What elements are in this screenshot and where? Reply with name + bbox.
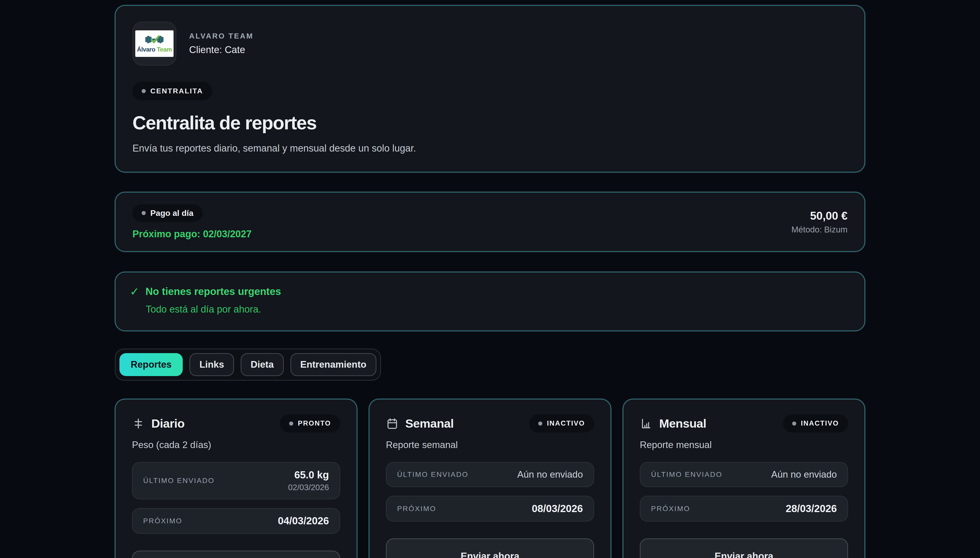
send-now-button[interactable]: Enviar ahora — [386, 538, 594, 558]
team-logo: Álvaro Team — [133, 22, 176, 66]
next-row: PRÓXIMO 28/03/2026 — [640, 496, 848, 522]
team-logo-text: Álvaro Team — [137, 46, 172, 53]
status-dot-icon — [142, 89, 146, 93]
last-sent-row: ÚLTIMO ENVIADO 65.0 kg 02/03/2026 — [132, 462, 340, 499]
reports-hub-page: Álvaro Team ALVARO TEAM Cliente: Cate CE… — [115, 0, 865, 558]
tab-links[interactable]: Links — [189, 353, 234, 376]
team-name: ALVARO TEAM — [189, 32, 253, 40]
report-card-title: Semanal — [405, 417, 454, 430]
next-row: PRÓXIMO 04/03/2026 — [132, 508, 340, 534]
urgent-reports-alert: ✓ No tienes reportes urgentes Todo está … — [115, 272, 865, 331]
status-badge-label: INACTIVO — [547, 419, 585, 427]
payment-status-badge: Pago al día — [133, 204, 203, 222]
status-dot-icon — [538, 422, 542, 425]
client-name: Cliente: Cate — [189, 44, 253, 55]
check-icon: ✓ — [130, 286, 140, 297]
last-sent-row: ÚLTIMO ENVIADO Aún no enviado — [640, 462, 848, 487]
next-row: PRÓXIMO 08/03/2026 — [386, 496, 594, 522]
alert-subtitle: Todo está al día por ahora. — [146, 304, 850, 315]
report-card-subtitle: Peso (cada 2 días) — [132, 440, 340, 450]
centralita-badge-label: CENTRALITA — [150, 87, 203, 95]
next-payment-date: Próximo pago: 02/03/2027 — [133, 229, 252, 240]
last-sent-value: 65.0 kg — [288, 469, 329, 481]
payment-method: Método: Bizum — [791, 225, 847, 235]
alert-title: No tienes reportes urgentes — [146, 286, 281, 297]
page-subtitle: Envía tus reportes diario, semanal y men… — [133, 143, 847, 154]
calendar-icon — [386, 417, 399, 430]
tab-entrenamiento[interactable]: Entrenamiento — [291, 353, 376, 376]
team-logo-image: Álvaro Team — [135, 30, 174, 57]
report-card-title: Diario — [151, 417, 184, 430]
payment-status-label: Pago al día — [150, 208, 194, 218]
report-card-diario: Diario PRONTO Peso (cada 2 días) ÚLTIMO … — [115, 399, 357, 558]
status-badge-label: PRONTO — [298, 419, 331, 427]
payment-card: Pago al día Próximo pago: 02/03/2027 50,… — [115, 192, 865, 252]
payment-amount-block: 50,00 € Método: Bizum — [791, 210, 847, 235]
report-card-subtitle: Reporte mensual — [640, 440, 848, 450]
report-card-semanal: Semanal INACTIVO Reporte semanal ÚLTIMO … — [369, 399, 611, 558]
status-dot-icon — [142, 211, 146, 215]
weight-scale-icon — [132, 417, 145, 430]
next-date: 28/03/2026 — [786, 503, 837, 514]
status-dot-icon — [289, 422, 293, 425]
dumbbell-check-icon — [144, 35, 164, 46]
bar-chart-icon — [640, 417, 653, 430]
tab-dieta[interactable]: Dieta — [241, 353, 284, 376]
status-badge: INACTIVO — [529, 414, 594, 432]
status-badge: PRONTO — [280, 414, 340, 432]
client-block: ALVARO TEAM Cliente: Cate — [189, 32, 253, 55]
next-date: 04/03/2026 — [278, 515, 329, 527]
status-dot-icon — [792, 422, 796, 425]
report-card-subtitle: Reporte semanal — [386, 440, 594, 450]
status-badge: INACTIVO — [783, 414, 848, 432]
centralita-badge: CENTRALITA — [133, 82, 212, 100]
last-sent-value: Aún no enviado — [517, 469, 583, 480]
last-sent-row: ÚLTIMO ENVIADO Aún no enviado — [386, 462, 594, 487]
page-title: Centralita de reportes — [133, 112, 847, 134]
header-identity: Álvaro Team ALVARO TEAM Cliente: Cate — [133, 22, 847, 66]
status-badge-label: INACTIVO — [801, 419, 839, 427]
sent-button[interactable]: Enviado — [132, 551, 340, 558]
next-date: 08/03/2026 — [532, 503, 583, 514]
report-card-mensual: Mensual INACTIVO Reporte mensual ÚLTIMO … — [623, 399, 865, 558]
payment-amount: 50,00 € — [791, 210, 847, 222]
payment-status-block: Pago al día Próximo pago: 02/03/2027 — [133, 204, 252, 240]
last-sent-date: 02/03/2026 — [288, 483, 329, 492]
report-cards-grid: Diario PRONTO Peso (cada 2 días) ÚLTIMO … — [115, 399, 865, 558]
report-card-title: Mensual — [659, 417, 706, 430]
tab-bar: Reportes Links Dieta Entrenamiento — [115, 348, 381, 381]
header-card: Álvaro Team ALVARO TEAM Cliente: Cate CE… — [115, 5, 865, 172]
tab-reportes[interactable]: Reportes — [120, 353, 183, 376]
send-now-button[interactable]: Enviar ahora — [640, 538, 848, 558]
last-sent-value: Aún no enviado — [771, 469, 837, 480]
